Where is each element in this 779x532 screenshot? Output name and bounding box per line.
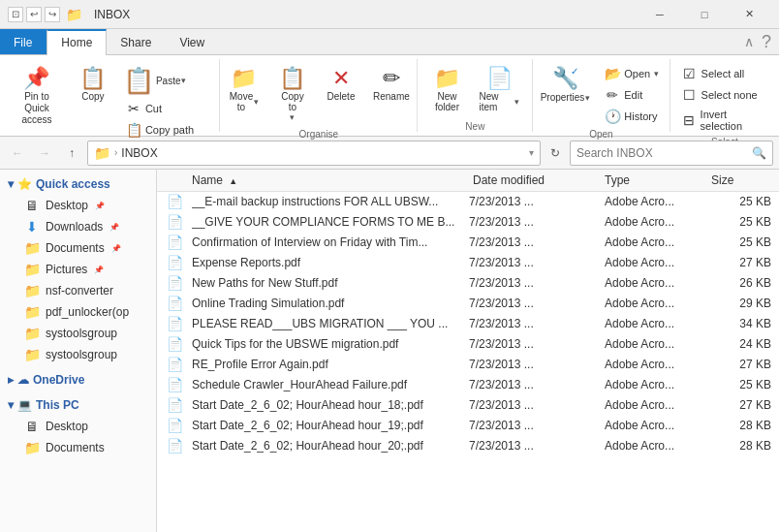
minimize-button[interactable]: ─ xyxy=(638,0,682,29)
sidebar-item-pdf-unlocker[interactable]: 📁 pdf_unlocker(op xyxy=(0,301,156,323)
close-button[interactable]: ✕ xyxy=(727,0,771,29)
file-date: 7/23/2013 ... xyxy=(469,297,605,310)
file-type: Adobe Acro... xyxy=(605,378,711,391)
forward-button[interactable]: → xyxy=(33,141,56,165)
file-pdf-icon: 📄 xyxy=(157,438,192,454)
address-bar[interactable]: 📁 › INBOX ▾ xyxy=(87,141,541,166)
refresh-button[interactable]: ↻ xyxy=(545,142,566,164)
sidebar-section-this-pc[interactable]: ▾ 💻 This PC xyxy=(0,394,156,416)
documents-pc-label: Documents xyxy=(46,441,105,454)
file-date: 7/23/2013 ... xyxy=(469,215,605,229)
sidebar-item-systoolsgroup2[interactable]: 📁 systoolsgroup xyxy=(0,344,156,365)
file-pdf-icon: 📄 xyxy=(157,214,192,230)
properties-dropdown-icon: ▾ xyxy=(585,93,590,103)
copy-path-icon: 📋 xyxy=(126,122,141,138)
sidebar-item-desktop-pc[interactable]: 🖥 Desktop xyxy=(0,416,156,437)
tab-view[interactable]: View xyxy=(166,29,219,54)
column-type[interactable]: Type xyxy=(605,173,711,187)
quick-access-expand-icon: ▾ xyxy=(8,177,14,191)
file-size: 27 KB xyxy=(711,256,779,269)
ribbon-help-button[interactable]: ? xyxy=(762,32,771,52)
tab-home[interactable]: Home xyxy=(47,29,107,55)
copy-path-button[interactable]: 📋 Copy path xyxy=(120,119,211,141)
sidebar-item-documents-pc[interactable]: 📁 Documents xyxy=(0,437,156,458)
table-row[interactable]: 📄 Expense Reports.pdf 7/23/2013 ... Adob… xyxy=(157,253,779,273)
up-button[interactable]: ↑ xyxy=(60,141,83,165)
table-row[interactable]: 📄 Quick Tips for the UBSWE migration.pdf… xyxy=(157,334,779,355)
ribbon-group-new: 📁 Newfolder 📄 New item ▾ New xyxy=(418,59,533,132)
open-buttons: 🔧 ✓ Properties ▾ 📂 Open ▾ ✏ xyxy=(536,59,668,127)
table-row[interactable]: 📄 Start Date_2_6_02; HourAhead hour_20;.… xyxy=(157,436,779,456)
cut-button[interactable]: ✂ Cut xyxy=(120,98,211,119)
desktop-qa-label: Desktop xyxy=(46,199,88,212)
file-name: __E-mail backup instructions FOR ALL UBS… xyxy=(192,195,469,208)
copy-button[interactable]: 📋 Copy xyxy=(70,63,116,107)
select-all-button[interactable]: ☑ Select all xyxy=(676,63,773,84)
invert-selection-button[interactable]: ⊟ Invert selection xyxy=(676,106,773,135)
ribbon-collapse-button[interactable]: ∧ xyxy=(744,34,754,49)
forward-icon: ↪ xyxy=(45,7,60,22)
move-to-button[interactable]: 📁 Moveto ▾ xyxy=(221,63,267,117)
file-size: 25 KB xyxy=(711,195,779,208)
name-sort-arrow: ▲ xyxy=(229,176,237,186)
file-size: 26 KB xyxy=(711,276,779,290)
table-row[interactable]: 📄 Start Date_2_6_02; HourAhead hour_19;.… xyxy=(157,416,779,436)
copy-to-button[interactable]: 📋 Copyto ▾ xyxy=(269,63,316,127)
sidebar-section-onedrive[interactable]: ▸ ☁ OneDrive xyxy=(0,369,156,391)
folder-icon: 📁 xyxy=(66,7,82,22)
sidebar-item-nsf-converter[interactable]: 📁 nsf-converter xyxy=(0,280,156,301)
properties-button[interactable]: 🔧 ✓ Properties ▾ xyxy=(536,63,596,106)
select-none-button[interactable]: ☐ Select none xyxy=(676,84,773,106)
open-button[interactable]: 📂 Open ▾ xyxy=(599,63,665,84)
column-size[interactable]: Size xyxy=(711,173,779,187)
sidebar-item-downloads-qa[interactable]: ⬇ Downloads 📌 xyxy=(0,216,156,237)
system-icon: ⊡ xyxy=(8,7,23,22)
search-input[interactable] xyxy=(576,146,748,160)
column-name[interactable]: Name ▲ xyxy=(157,173,469,187)
sidebar-item-pictures-qa[interactable]: 📁 Pictures 📌 xyxy=(0,259,156,280)
table-row[interactable]: 📄 Schedule Crawler_HourAhead Failure.pdf… xyxy=(157,375,779,395)
new-folder-button[interactable]: 📁 Newfolder xyxy=(423,63,470,117)
delete-button[interactable]: ✕ Delete xyxy=(318,63,364,107)
new-item-button[interactable]: 📄 New item ▾ xyxy=(472,63,526,117)
column-date[interactable]: Date modified xyxy=(469,173,605,187)
quick-access-star-icon: ⭐ xyxy=(17,177,32,191)
tab-file[interactable]: File xyxy=(0,29,47,54)
file-name: Start Date_2_6_02; HourAhead hour_19;.pd… xyxy=(192,419,469,432)
table-row[interactable]: 📄 Online Trading Simulation.pdf 7/23/201… xyxy=(157,294,779,314)
search-box[interactable]: 🔍 xyxy=(570,141,773,166)
history-button[interactable]: 🕐 History xyxy=(599,106,665,127)
file-name: __GIVE YOUR COMPLIANCE FORMS TO ME B... xyxy=(192,215,469,229)
delete-icon: ✕ xyxy=(332,68,350,89)
table-row[interactable]: 📄 New Paths for New Stuff.pdf 7/23/2013 … xyxy=(157,273,779,294)
edit-icon: ✏ xyxy=(605,87,620,103)
table-row[interactable]: 📄 Confirmation of Interview on Friday wi… xyxy=(157,233,779,253)
ribbon-group-organise: 📁 Moveto ▾ 📋 Copyto ▾ ✕ Delete ✏ Rename … xyxy=(220,59,418,132)
table-row[interactable]: 📄 RE_Profile Error Again.pdf 7/23/2013 .… xyxy=(157,355,779,375)
maximize-button[interactable]: □ xyxy=(682,0,727,29)
table-row[interactable]: 📄 PLEASE READ___UBS MIGRATION ___ YOU ..… xyxy=(157,314,779,334)
table-row[interactable]: 📄 __E-mail backup instructions FOR ALL U… xyxy=(157,192,779,212)
open-icon: 📂 xyxy=(605,66,620,81)
file-date: 7/23/2013 ... xyxy=(469,276,605,290)
table-row[interactable]: 📄 Start Date_2_6_02; HourAhead hour_18;.… xyxy=(157,395,779,416)
rename-button[interactable]: ✏ Rename xyxy=(366,63,417,107)
file-list: Name ▲ Date modified Type Size 📄 __E-mai… xyxy=(157,170,779,532)
this-pc-expand-icon: ▾ xyxy=(8,398,14,412)
pin-to-quick-access-button[interactable]: 📌 Pin to Quickaccess xyxy=(6,63,68,131)
sidebar-item-desktop-qa[interactable]: 🖥 Desktop 📌 xyxy=(0,195,156,216)
table-row[interactable]: 📄 __GIVE YOUR COMPLIANCE FORMS TO ME B..… xyxy=(157,212,779,233)
back-button[interactable]: ← xyxy=(6,141,29,165)
sidebar-section-quick-access[interactable]: ▾ ⭐ Quick access xyxy=(0,173,156,195)
sidebar-item-systoolsgroup1[interactable]: 📁 systoolsgroup xyxy=(0,323,156,344)
open-label: Open xyxy=(589,127,612,140)
paste-icon: 📋 xyxy=(123,68,154,93)
window-controls: ─ □ ✕ xyxy=(638,0,771,29)
address-dropdown-icon[interactable]: ▾ xyxy=(529,147,534,158)
paste-button[interactable]: 📋 Paste ▾ xyxy=(118,63,192,98)
edit-button[interactable]: ✏ Edit xyxy=(599,84,665,106)
tab-share[interactable]: Share xyxy=(107,29,166,54)
downloads-qa-label: Downloads xyxy=(46,220,103,234)
quick-access-icon: ↩ xyxy=(26,7,42,22)
sidebar-item-documents-qa[interactable]: 📁 Documents 📌 xyxy=(0,237,156,259)
